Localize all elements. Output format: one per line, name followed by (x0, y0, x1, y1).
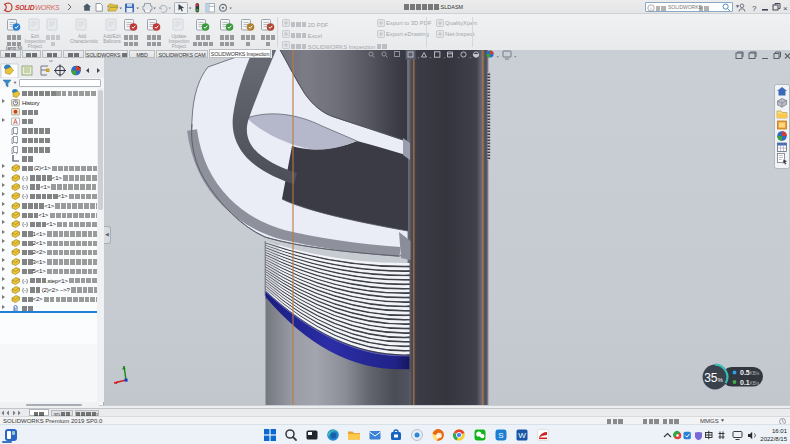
svg-text:WORKS: WORKS (35, 4, 60, 11)
svg-text:W: W (518, 431, 526, 440)
svg-text:?: ? (752, 4, 757, 13)
svg-text:SOLID: SOLID (15, 4, 35, 11)
svg-text:×: × (783, 4, 788, 13)
svg-text:S: S (498, 431, 503, 440)
svg-text:0.1KB/s: 0.1KB/s (740, 379, 760, 386)
svg-text:A: A (13, 118, 18, 125)
svg-text:i: i (650, 6, 652, 11)
svg-text:0.5KB/s: 0.5KB/s (740, 369, 760, 376)
